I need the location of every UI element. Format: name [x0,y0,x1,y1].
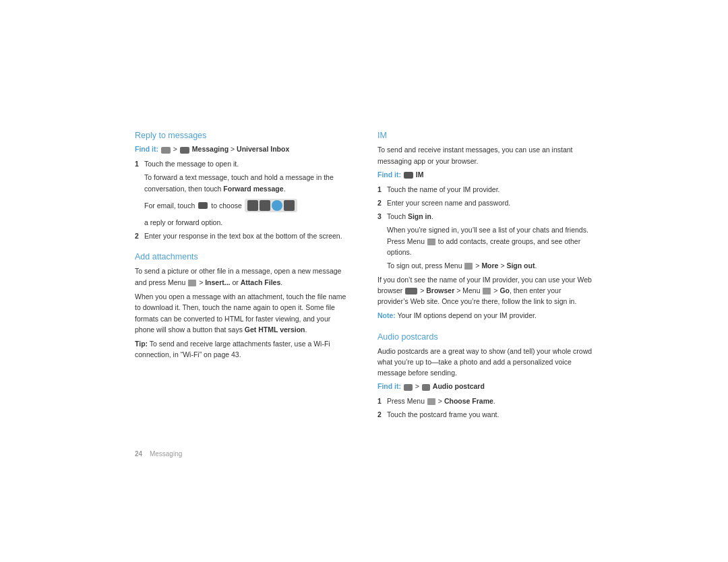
find-it-icon-msg [179,145,192,153]
attach-files-bold: Attach Files [241,278,281,286]
audio-find-sep: > [415,382,421,390]
attach-p1-insert-bold: Insert... [205,278,230,286]
im-step-text-3: Touch Sign in. [387,211,593,222]
toolbar-btn-1 [247,200,258,211]
im-para2: If you don’t see the name of your IM pro… [377,274,593,307]
step-text-2: Enter your response in the text box at t… [144,230,351,241]
im-p2-go-sep: > [491,286,499,294]
im-step-1: 1 Touch the name of your IM provider. [377,184,593,195]
im-note: Note: Your IM options depend on your IM … [377,310,593,321]
audio-postcard-bold: Audio postcard [433,382,485,390]
email-reply-option: a reply or forward option. [144,217,222,228]
attach-p1-insert-sep: > [197,278,205,286]
attach-p1-or: or [231,278,241,286]
email-icon [198,202,208,209]
audio-step-num-2: 2 [377,409,384,420]
section-add-attachments: Add attachments To send a picture or oth… [135,252,351,360]
find-it-inbox: Universal Inbox [237,145,289,153]
left-column: Reply to messages Find it: > Messaging >… [135,131,351,431]
content-area: Reply to messages Find it: > Messaging >… [135,117,593,444]
menu-icon-audio [427,398,435,405]
attachments-para1: To send a picture or other file in a mes… [135,266,351,288]
menu-icon-signout [464,263,473,270]
audio-step-num-1: 1 [377,396,384,406]
find-it-messaging: Messaging [192,145,229,153]
attach-p2-start: When you open a message with an attachme… [135,292,346,334]
indent-email-row: For email, touch to choose a reply or fo… [144,197,351,228]
audio-find-icon2 [421,382,433,390]
signout-sep2: > [498,261,506,270]
reply-find-it: Find it: > Messaging > Universal Inbox [135,144,351,155]
messaging-icon [180,147,189,154]
find-it-icon-home [160,145,173,153]
im-step-num-2: 2 [377,197,384,208]
more-bold: More [481,261,498,270]
im-find-text: IM [416,170,424,179]
attach-p2-end: . [305,325,307,334]
attach-p1-end: . [280,278,282,286]
note-content: Your IM options depend on your IM provid… [396,311,537,319]
email-intro: For email, touch [144,200,195,211]
menu-icon-go [483,288,491,294]
section-reply-messages: Reply to messages Find it: > Messaging >… [135,131,351,241]
audio-step-2: 2 Touch the postcard frame you want. [377,409,593,420]
step-1-reply: 1 Touch the message to open it. [135,158,351,169]
menu-icon-im [427,239,435,245]
home-icon [161,147,171,154]
im-p2-browser-sep: > [418,286,426,294]
camera-icon [404,384,413,391]
signout-sep: > [473,261,481,270]
add-attachments-title: Add attachments [135,252,351,261]
audio-find-it: Find it: > Audio postcard [377,381,593,392]
im-step-2: 2 Enter your screen name and password. [377,197,593,208]
tip-text: Tip: To send and receive large attachmen… [135,338,351,361]
note-label: Note: [377,311,396,319]
toolbar-btn-4 [284,200,295,211]
browser-icon-small [405,288,417,294]
im-find-it: Find it: IM [377,170,593,181]
reply-messages-title: Reply to messages [135,131,351,140]
attachments-para2: When you open a message with an attachme… [135,291,351,335]
get-html-bold: Get HTML version [245,325,305,334]
page: Reply to messages Find it: > Messaging >… [0,0,728,562]
im-icon [404,172,413,179]
section-im: IM To send and receive instant messages,… [377,131,593,321]
toolbar-btn-2 [260,200,270,211]
signout-bold: Sign out [506,261,535,270]
audio-step-text-2: Touch the postcard frame you want. [387,409,593,420]
tip-content: To send and receive large attachments fa… [135,340,330,358]
toolbar-image [245,199,297,212]
signout-period: . [535,261,537,270]
page-footer: 24 Messaging [135,450,182,458]
im-step-num-3: 3 [377,211,384,222]
audio-postcards-title: Audio postcards [377,332,593,342]
browser-bold: Browser [426,286,454,294]
im-step-text-2: Enter your screen name and password. [387,197,593,208]
toolbar-btn-3-active [272,200,282,211]
im-step-text-1: Touch the name of your IM provider. [387,184,593,195]
signout-text: To sign out, press Menu [387,261,464,270]
im-p2-menu: > Menu [454,286,482,294]
im-find-it-label: Find it: [377,170,401,179]
audio-step-text-1: Press Menu > Choose Frame. [387,396,593,406]
page-number: 24 [135,450,142,458]
email-choose: to choose [211,200,242,211]
sign-in-bold: Sign in [408,212,431,220]
indent-forward-text: To forward a text message, touch and hol… [144,172,351,194]
im-signout-indent: To sign out, press Menu > More > Sign ou… [387,260,593,271]
im-title: IM [377,131,593,140]
step-text-1: Touch the message to open it. [144,158,351,169]
im-step-num-1: 1 [377,184,384,195]
right-column: IM To send and receive instant messages,… [377,131,593,431]
im-para1: To send and receive instant messages, yo… [377,144,593,166]
audio-para1: Audio postcards are a great way to show … [377,346,593,379]
section-audio-postcards: Audio postcards Audio postcards are a gr… [377,332,593,420]
im-signed-in-indent: When you’re signed in, you’ll see a list… [387,224,593,257]
tip-label: Tip: [135,340,148,348]
find-it-separator: > [173,145,179,153]
forward-bold: Forward message [223,185,283,193]
page-category: Messaging [150,450,182,458]
step-2-reply: 2 Enter your response in the text box at… [135,230,351,241]
audio-find-it-label: Find it: [377,382,401,390]
step-num-2: 2 [135,230,142,241]
